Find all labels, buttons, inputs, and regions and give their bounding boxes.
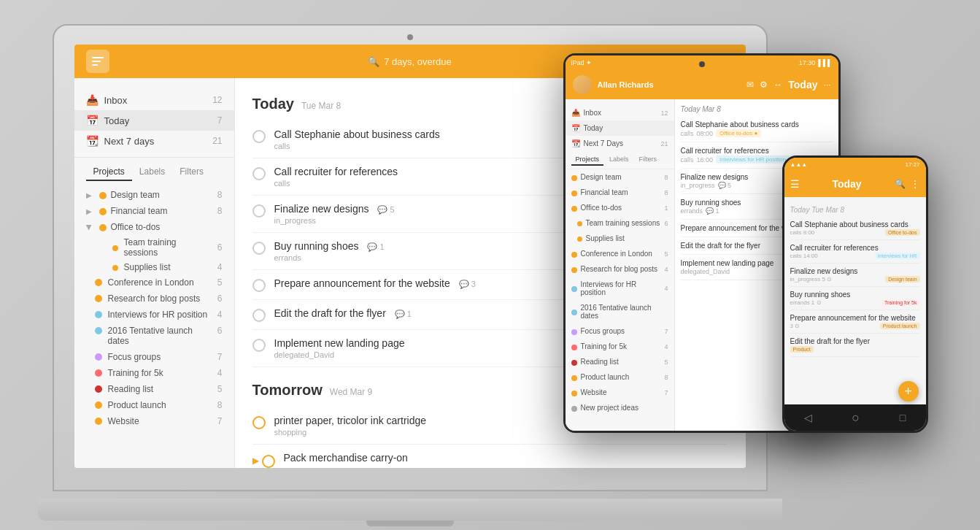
tab-filters[interactable]: Filters: [172, 164, 211, 181]
project-count: 6: [664, 220, 668, 227]
task-checkbox[interactable]: [252, 416, 266, 429]
project-interviews[interactable]: Interviews for HR position 4: [74, 307, 234, 323]
laptop-camera: [407, 34, 413, 40]
header-search[interactable]: 🔍 7 days, overdue: [368, 56, 452, 67]
project-launch-dates[interactable]: 2016 Tentative launch dates 6: [74, 323, 234, 349]
task-category: errands: [681, 207, 703, 215]
tablet-project-research[interactable]: Research for blog posts 4: [566, 261, 674, 277]
task-badge: 💬 3: [459, 280, 476, 289]
phone-more-icon[interactable]: ⋮: [910, 178, 920, 190]
project-count: 8: [664, 174, 668, 181]
task-checkbox[interactable]: [252, 130, 266, 143]
phone-search-icon[interactable]: 🔍: [895, 179, 906, 189]
tablet-project-design[interactable]: Design team 8: [566, 169, 674, 185]
subproject-supplies[interactable]: Supplies list 4: [74, 260, 234, 274]
project-training5k[interactable]: Training for 5k 4: [74, 365, 234, 381]
project-financial-team[interactable]: ▶ Financial team 8: [74, 203, 234, 219]
project-office-todos[interactable]: ▶ Office to-dos: [74, 219, 234, 235]
tablet-project-launch[interactable]: 2016 Tentative launch dates: [566, 300, 674, 323]
project-research[interactable]: Research for blog posts 6: [74, 291, 234, 307]
project-label: Training for 5k: [108, 368, 163, 378]
project-dot: [571, 406, 577, 412]
project-label: 2016 Tentative launch dates: [581, 304, 668, 320]
tablet-project-product[interactable]: Product launch 8: [566, 369, 674, 385]
task-checkbox[interactable]: [252, 339, 266, 352]
phone-home-button[interactable]: ○: [852, 410, 860, 426]
project-dot: [99, 192, 107, 199]
phone-back-button[interactable]: ◁: [804, 412, 812, 423]
phone-signal: ▲▲▲: [790, 161, 808, 168]
project-count: 6: [217, 326, 223, 336]
task-checkbox[interactable]: [252, 167, 266, 180]
project-reading[interactable]: Reading list 5: [74, 381, 234, 397]
phone-task-title: Call Stephanie about business cards: [790, 220, 920, 228]
phone-task-announcement[interactable]: Prepare announcement for the website 3 ⊙…: [790, 310, 920, 334]
tablet-project-interviews[interactable]: Interviews for HR position 4: [566, 277, 674, 300]
tablet-project-training[interactable]: Team training sessions 6: [566, 215, 674, 231]
tablet-project-supplies[interactable]: Supplies list: [566, 231, 674, 246]
subproject-label: Supplies list: [124, 262, 171, 272]
phone-task-shoes[interactable]: Buy running shoes errands 1 ⊙ Training f…: [790, 287, 920, 310]
tablet-icon3[interactable]: ↔: [773, 80, 782, 90]
tab-projects[interactable]: Projects: [86, 164, 132, 181]
project-dot: [571, 345, 577, 350]
project-product-launch[interactable]: Product launch 8: [74, 397, 234, 413]
tablet-icon2[interactable]: ⚙: [760, 80, 768, 90]
tablet-project-new[interactable]: New project ideas: [566, 400, 674, 415]
tablet-project-office[interactable]: Office to-dos 1: [566, 200, 674, 215]
project-dot: [95, 327, 102, 334]
phone-task-stephanie[interactable]: Call Stephanie about business cards call…: [790, 217, 920, 240]
project-label: Office to-dos: [581, 204, 622, 212]
tablet-project-reading[interactable]: Reading list 5: [566, 354, 674, 369]
phone-task-flyer[interactable]: Edit the draft for the flyer Product: [790, 334, 920, 357]
task-checkbox[interactable]: [262, 455, 275, 468]
phone-nav-bar: ◁ ○ □: [784, 404, 926, 431]
subproject-team-training[interactable]: Team training sessions 6: [74, 235, 234, 260]
project-label: Office to-dos: [111, 222, 161, 232]
tablet-project-5k[interactable]: Training for 5k 4: [566, 339, 674, 354]
tablet-task-stephanie[interactable]: Call Stephanie about business cards call…: [681, 116, 833, 142]
project-focus[interactable]: Focus groups 7: [74, 349, 234, 365]
phone-fab[interactable]: +: [898, 381, 919, 402]
tab-labels[interactable]: Labels: [132, 164, 172, 181]
task-checkbox[interactable]: [252, 279, 266, 292]
phone-task-meta: errands 1 ⊙ Training for 5k: [790, 299, 920, 306]
phone-task-meta: calls 8:00 Office to-dos: [790, 229, 920, 236]
phone-task-designs[interactable]: Finalize new designs in_progress 5 ⊙ Des…: [790, 264, 920, 287]
sidebar-item-next7[interactable]: 📆 Next 7 days 21: [74, 131, 234, 151]
tablet-tab-labels[interactable]: Labels: [605, 154, 633, 166]
tablet-today-header: Today Mar 8: [681, 105, 833, 113]
tablet-project-focus[interactable]: Focus groups 7: [566, 323, 674, 339]
task-checkbox[interactable]: [252, 242, 266, 255]
project-count: 4: [664, 285, 668, 292]
subproject-dot: [112, 245, 118, 251]
tablet-project-conference[interactable]: Conference in London 5: [566, 246, 674, 261]
project-conference[interactable]: Conference in London 5: [74, 274, 234, 291]
project-dot: [577, 221, 582, 226]
sidebar-item-today[interactable]: 📅 Today 7: [74, 110, 234, 131]
subproject-count: 6: [217, 242, 223, 253]
phone-status-bar: ▲▲▲ 17:27: [784, 158, 926, 171]
phone-recents-button[interactable]: □: [900, 412, 906, 423]
sidebar-next7-label: Next 7 days: [104, 136, 155, 147]
project-website[interactable]: Website 7: [74, 413, 234, 429]
project-design-team[interactable]: ▶ Design team 8: [74, 187, 234, 203]
tablet-nav-next7[interactable]: 📆 Next 7 Days 21: [566, 136, 674, 151]
tablet-project-website[interactable]: Website 7: [566, 385, 674, 400]
task-checkbox[interactable]: [252, 204, 266, 218]
tablet-icon1[interactable]: ✉: [746, 80, 754, 90]
task-checkbox[interactable]: [252, 309, 266, 322]
phone-menu-icon[interactable]: ☰: [790, 178, 800, 190]
sidebar-item-inbox[interactable]: 📥 Inbox 12: [74, 90, 234, 110]
tablet-tab-projects[interactable]: Projects: [571, 154, 604, 166]
tablet-icon4[interactable]: ···: [823, 80, 830, 90]
project-count: 5: [664, 250, 668, 258]
project-dot: [571, 252, 577, 258]
tablet-tab-filters[interactable]: Filters: [635, 154, 662, 166]
project-dot: [577, 237, 582, 242]
tablet-project-financial[interactable]: Financial team 8: [566, 185, 674, 200]
tablet-nav-today[interactable]: 📅 Today: [566, 120, 674, 136]
task-merchandise[interactable]: ▶ Pack merchandise carry-on: [252, 445, 728, 468]
phone-task-recruiter[interactable]: Call recruiter for references calls 14:0…: [790, 240, 920, 264]
tablet-nav-inbox[interactable]: 📥 Inbox 12: [566, 105, 674, 120]
